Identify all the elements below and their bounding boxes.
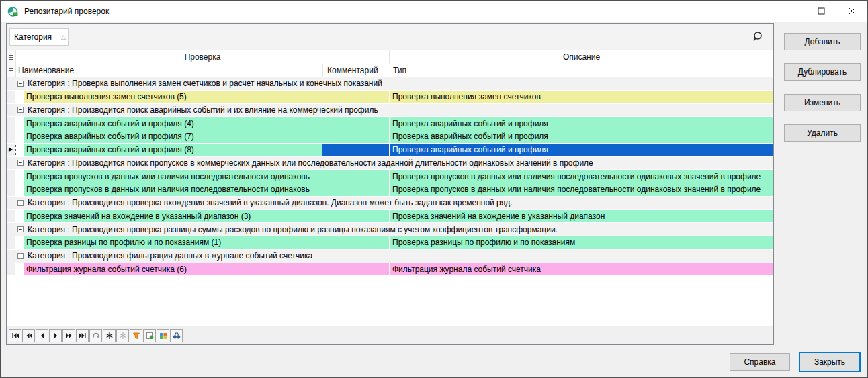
cell-type[interactable]: Проверка разницы по профилю и по показан… (389, 236, 773, 249)
column-header-type[interactable]: Тип (390, 64, 773, 77)
row-indent (15, 183, 24, 196)
group-row[interactable]: −Категория : Проверка выполнения замен с… (7, 77, 773, 91)
row-indent (15, 130, 24, 143)
collapse-minus-icon[interactable]: − (17, 160, 24, 166)
cell-type[interactable]: Проверка выполнения замен счетчиков (389, 91, 773, 103)
grid-search-button[interactable] (752, 30, 765, 44)
sort-ascending-icon: △ (61, 34, 66, 40)
nav-last-icon (79, 332, 87, 340)
cell-type[interactable]: Проверка аварийных событий и профиля (389, 117, 773, 130)
group-by-panel[interactable]: Категория △ (7, 24, 773, 50)
refresh-button[interactable] (89, 329, 102, 342)
data-row[interactable]: Проверка значений на вхождение в указанн… (7, 210, 773, 224)
cell-type[interactable]: Проверка пропусков в данных или наличия … (389, 183, 773, 196)
filter-button[interactable] (130, 329, 142, 342)
group-cell[interactable]: −Категория : Производится поиск пропуско… (15, 157, 773, 170)
column-type-label: Тип (393, 66, 406, 75)
cell-name[interactable]: Проверка выполнения замен счетчиков (5) (24, 91, 322, 103)
edit-button[interactable]: Изменить (784, 94, 861, 111)
group-row[interactable]: −Категория : Производится проверка вхожд… (7, 197, 773, 210)
cell-comment[interactable] (322, 183, 389, 196)
data-row[interactable]: Проверка разницы по профилю и по показан… (7, 236, 773, 250)
cell-comment[interactable] (322, 91, 389, 103)
cell-name[interactable]: Проверка аварийных событий и профиля (8) (24, 144, 322, 156)
help-button[interactable]: Справка (730, 353, 790, 371)
nav-next-button[interactable] (49, 329, 62, 342)
cell-type[interactable]: Проверка аварийных событий и профиля (389, 130, 773, 143)
data-row[interactable]: Проверка аварийных событий и профиля (4)… (7, 117, 773, 130)
group-row[interactable]: −Категория : Производится проверка разни… (7, 223, 773, 236)
nav-last-button[interactable] (76, 329, 89, 342)
data-row[interactable]: Фильтрация журнала событий счетчика (6)Ф… (7, 263, 773, 277)
row-indicator-cell (7, 250, 15, 263)
nav-prev-page-button[interactable] (22, 329, 35, 342)
data-row[interactable]: Проверка выполнения замен счетчиков (5)П… (7, 91, 773, 104)
data-row[interactable]: Проверка пропусков в данных или наличия … (7, 183, 773, 197)
data-navigator (7, 326, 773, 344)
cell-comment[interactable] (322, 210, 389, 223)
edit-record-button[interactable] (143, 329, 156, 342)
cell-comment[interactable] (322, 263, 389, 276)
cell-name[interactable]: Проверка аварийных событий и профиля (4) (24, 117, 322, 130)
nav-first-button[interactable] (9, 329, 21, 342)
collapse-minus-icon[interactable]: − (17, 253, 24, 259)
cell-type[interactable]: Проверка пропусков в данных или наличия … (389, 170, 773, 183)
maximize-button[interactable] (806, 1, 836, 22)
band-description[interactable]: Описание (390, 50, 773, 64)
cell-comment[interactable] (322, 117, 389, 130)
group-cell[interactable]: −Категория : Производится фильтрация дан… (15, 250, 773, 263)
cell-comment[interactable] (322, 130, 389, 143)
nav-prev-button[interactable] (36, 329, 48, 342)
minimize-button[interactable] (775, 1, 806, 22)
collapse-minus-icon[interactable]: − (17, 200, 24, 206)
duplicate-button[interactable]: Дублировать (784, 63, 861, 81)
close-button[interactable] (836, 1, 867, 22)
group-cell[interactable]: −Категория : Производится проверка разни… (15, 223, 773, 236)
rows-menu-icon (9, 55, 13, 60)
data-row[interactable]: Проверка аварийных событий и профиля (7)… (7, 130, 773, 144)
search-icon (173, 332, 181, 340)
row-indicator-cell (7, 170, 15, 183)
close-dialog-button[interactable]: Закрыть (799, 352, 861, 372)
delete-button[interactable]: Удалить (784, 124, 861, 142)
group-row[interactable]: −Категория : Производится фильтрация дан… (7, 250, 773, 263)
cell-name[interactable]: Проверка пропусков в данных или наличия … (24, 183, 322, 196)
group-row[interactable]: −Категория : Производится поиск пропуско… (7, 157, 773, 171)
group-cell[interactable]: −Категория : Производится поиск аварийны… (15, 104, 773, 117)
column-header-name[interactable]: Наименование (16, 64, 322, 77)
layout-button[interactable] (157, 329, 169, 342)
cell-comment[interactable] (322, 236, 389, 249)
cell-type[interactable]: Фильтрация журнала событий счетчика (389, 263, 773, 276)
cell-comment[interactable] (322, 170, 389, 183)
collapse-minus-icon[interactable]: − (17, 81, 24, 87)
group-cell[interactable]: −Категория : Производится проверка вхожд… (15, 197, 773, 209)
group-row[interactable]: −Категория : Производится поиск аварийны… (7, 104, 773, 117)
group-field-category[interactable]: Категория △ (9, 28, 69, 46)
cell-name[interactable]: Проверка разницы по профилю и по показан… (24, 236, 322, 249)
cell-name[interactable]: Проверка пропусков в данных или наличия … (24, 170, 322, 183)
column-header-comment[interactable]: Комментарий (322, 64, 390, 77)
cell-name[interactable]: Фильтрация журнала событий счетчика (6) (24, 263, 322, 276)
column-header-row: Наименование Комментарий Тип (7, 64, 773, 77)
cell-name[interactable]: Проверка аварийных событий и профиля (7) (24, 130, 322, 143)
band-check[interactable]: Проверка (16, 50, 390, 64)
window-title: Репозитарий проверок (24, 7, 109, 16)
group-cell[interactable]: −Категория : Проверка выполнения замен с… (15, 77, 773, 90)
cell-comment[interactable] (322, 144, 389, 156)
collapse-minus-icon[interactable]: − (17, 107, 24, 113)
data-row[interactable]: Проверка пропусков в данных или наличия … (7, 170, 773, 183)
nav-next-page-button[interactable] (62, 329, 75, 342)
nav-next-page-icon (65, 332, 73, 340)
append-record-button[interactable] (103, 329, 116, 342)
cell-type[interactable]: Проверка аварийных событий и профиля (389, 144, 773, 156)
cell-name[interactable]: Проверка значений на вхождение в указанн… (24, 210, 322, 223)
cell-type[interactable]: Проверка значений на вхождение в указанн… (389, 210, 773, 223)
add-button[interactable]: Добавить (784, 33, 861, 50)
close-icon (849, 7, 856, 17)
search-button[interactable] (170, 329, 183, 342)
data-row[interactable]: ▶Проверка аварийных событий и профиля (8… (7, 144, 773, 157)
delete-record-button[interactable] (116, 329, 129, 342)
collapse-minus-icon[interactable]: − (17, 226, 24, 232)
refresh-icon (92, 332, 100, 340)
nav-prev-icon (38, 332, 46, 340)
